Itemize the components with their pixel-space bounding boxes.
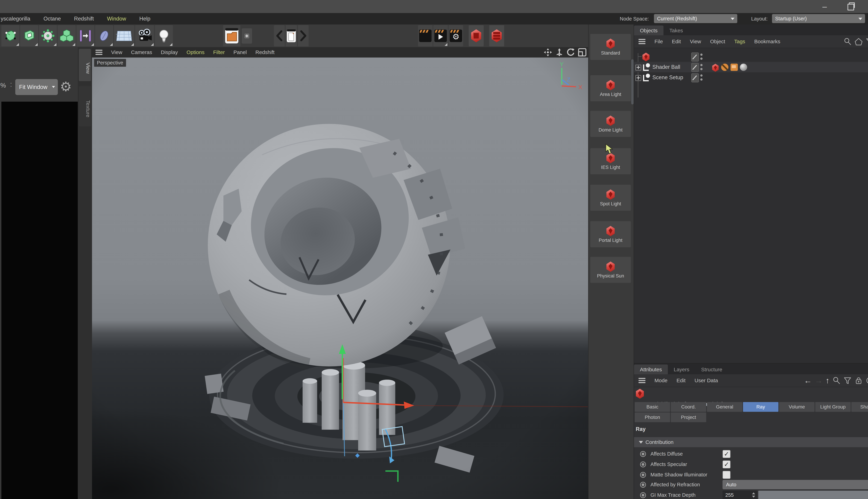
visibility-dots[interactable]	[700, 53, 703, 60]
tab-photon[interactable]: Photon	[635, 413, 670, 422]
open-project-button[interactable]	[223, 25, 240, 46]
vp-menu-panel[interactable]: Panel	[234, 49, 247, 55]
vp-menu-redshift[interactable]: Redshift	[255, 49, 275, 55]
history-back-icon[interactable]: ←	[804, 376, 812, 385]
target-icon[interactable]	[866, 376, 868, 385]
tree-row-rs-area-light[interactable]: RS Area Light ✓	[634, 51, 868, 62]
tab-view[interactable]: View	[79, 49, 91, 81]
minimize-button[interactable]: –	[814, 0, 835, 13]
rotate-view-icon[interactable]	[566, 47, 576, 57]
om-menu-tags[interactable]: Tags	[734, 39, 745, 45]
mirror-tool-button[interactable]	[76, 25, 95, 46]
protection-tag-icon[interactable]	[721, 64, 728, 71]
vp-menu-view[interactable]: View	[111, 49, 122, 55]
floor-object-button[interactable]	[114, 25, 134, 46]
titlebar[interactable]: – ×	[0, 0, 868, 13]
tab-general[interactable]: General	[707, 402, 742, 412]
tab-attributes[interactable]: Attributes	[634, 365, 668, 374]
viewport-menu-icon[interactable]	[96, 50, 102, 55]
phong-tag-icon[interactable]	[740, 64, 747, 71]
standard-light-button[interactable]: Standard	[590, 34, 631, 60]
tab-light-group[interactable]: Light Group	[815, 402, 851, 412]
tab-project[interactable]: Project	[671, 413, 706, 422]
gi-max-trace-depth-slider[interactable]	[758, 491, 868, 499]
am-menu-user-data[interactable]: User Data	[695, 378, 718, 384]
undo-button[interactable]	[274, 25, 285, 46]
toggle-single-view-icon[interactable]	[577, 47, 587, 57]
render-to-picture-viewer-button[interactable]	[433, 25, 448, 46]
spot-light-button[interactable]: Spot Light	[590, 185, 631, 211]
parent-up-icon[interactable]: ↑	[826, 376, 829, 385]
am-menu-mode[interactable]: Mode	[654, 378, 667, 384]
om-menu-view[interactable]: View	[690, 39, 701, 45]
redshift-renderview-button[interactable]	[469, 25, 484, 46]
dolly-view-icon[interactable]	[554, 47, 564, 57]
lock-icon[interactable]	[854, 376, 863, 385]
enable-toggle[interactable]	[691, 52, 699, 61]
add-content-button[interactable]	[242, 28, 252, 44]
vp-menu-display[interactable]: Display	[161, 49, 178, 55]
new-document-button[interactable]	[286, 25, 297, 46]
object-name[interactable]: Shader Ball	[652, 62, 680, 72]
contribution-group-header[interactable]: Contribution	[634, 437, 868, 447]
node-space-select[interactable]: Current (Redshift)	[654, 14, 737, 23]
zoom-stepper[interactable]: :	[10, 81, 12, 88]
object-menu-icon[interactable]	[639, 39, 645, 44]
animation-dot-icon[interactable]	[640, 451, 646, 457]
matte-shadow-illuminator-checkbox[interactable]	[722, 471, 730, 479]
fit-mode-select[interactable]: Fit Window	[15, 79, 58, 95]
menu-help[interactable]: Help	[139, 16, 151, 22]
cloner-array-button[interactable]	[58, 25, 76, 46]
enable-toggle[interactable]	[691, 63, 699, 72]
tab-volume[interactable]: Volume	[779, 402, 815, 412]
vp-menu-options[interactable]: Options	[187, 49, 204, 55]
search-icon[interactable]	[843, 37, 852, 46]
animation-dot-icon[interactable]	[640, 482, 646, 488]
affects-specular-checkbox[interactable]: ✓	[722, 460, 730, 468]
light-object-button[interactable]	[155, 25, 173, 46]
om-menu-file[interactable]: File	[654, 39, 663, 45]
ffd-deformer-button[interactable]	[39, 25, 57, 46]
extrude-object-button[interactable]	[20, 25, 38, 46]
affected-by-refraction-select[interactable]: Auto	[722, 480, 868, 489]
number-stepper[interactable]	[751, 491, 756, 499]
animation-dot-icon[interactable]	[640, 461, 646, 467]
tree-row-shader-ball[interactable]: Shader Ball	[634, 62, 868, 72]
viewport-canvas[interactable]: Perspective Y Z X	[92, 58, 588, 499]
render-view-button[interactable]	[418, 25, 432, 46]
tab-objects[interactable]: Objects	[634, 26, 664, 35]
layout-select[interactable]: Startup (User)	[772, 14, 865, 23]
animation-dot-icon[interactable]	[640, 492, 646, 498]
render-settings-button[interactable]: ⚙	[449, 25, 463, 46]
expand-icon[interactable]	[636, 75, 641, 81]
portal-light-button[interactable]: Portal Light	[590, 221, 631, 247]
affects-diffuse-checkbox[interactable]: ✓	[722, 450, 730, 458]
tab-layers[interactable]: Layers	[668, 365, 695, 374]
tab-coord[interactable]: Coord.	[671, 402, 706, 412]
close-button[interactable]: ×	[865, 0, 868, 13]
om-menu-object[interactable]: Object	[710, 39, 725, 45]
object-name[interactable]: Scene Setup	[652, 72, 683, 83]
tab-takes[interactable]: Takes	[664, 26, 689, 35]
spline-pen-button[interactable]	[95, 25, 113, 46]
attribute-menu-icon[interactable]	[639, 378, 645, 383]
vp-menu-cameras[interactable]: Cameras	[131, 49, 152, 55]
tab-basic[interactable]: Basic	[635, 402, 670, 412]
redo-button[interactable]	[298, 25, 309, 46]
restore-button[interactable]	[840, 0, 861, 13]
camera-object-button[interactable]	[135, 25, 154, 46]
tab-texture[interactable]: Texture	[79, 86, 91, 126]
visibility-dots[interactable]	[700, 74, 703, 81]
viewport-view-label[interactable]: Perspective	[94, 59, 126, 67]
make-editable-button[interactable]	[1, 25, 20, 46]
dome-light-button[interactable]: Dome Light	[590, 111, 631, 137]
pan-view-icon[interactable]	[543, 47, 553, 57]
tab-structure[interactable]: Structure	[695, 365, 728, 374]
history-forward-icon[interactable]: →	[815, 376, 823, 385]
search-icon[interactable]	[832, 376, 841, 385]
lights-scrollbar[interactable]	[631, 59, 634, 105]
menu-octane[interactable]: Octane	[43, 16, 61, 22]
redshift-material-tag-icon[interactable]	[712, 64, 719, 72]
tree-row-scene-setup[interactable]: Scene Setup	[634, 72, 868, 83]
vp-menu-filter[interactable]: Filter	[213, 49, 225, 55]
